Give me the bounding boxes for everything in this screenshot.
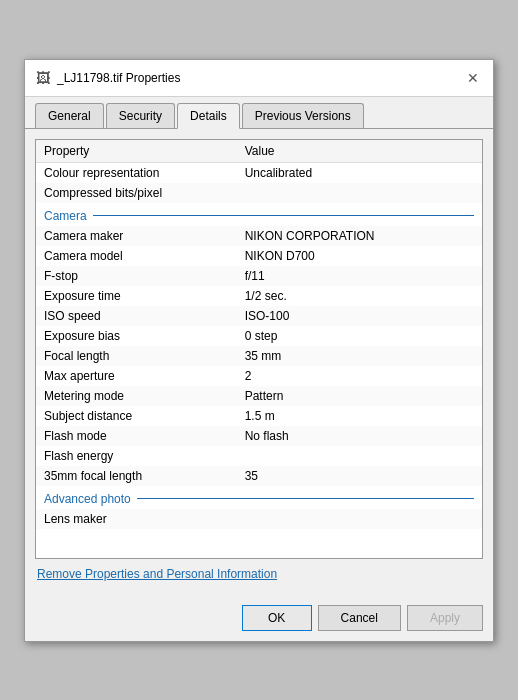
prop-label: Camera maker [36,226,237,246]
prop-value: f/11 [237,266,482,286]
table-row: Colour representation Uncalibrated [36,162,482,183]
button-row: OK Cancel Apply [25,595,493,641]
prop-value: NIKON D700 [237,246,482,266]
prop-value: 1.5 m [237,406,482,426]
prop-label: Colour representation [36,162,237,183]
close-button[interactable]: ✕ [463,68,483,88]
ok-button[interactable]: OK [242,605,312,631]
prop-label: F-stop [36,266,237,286]
cancel-button[interactable]: Cancel [318,605,401,631]
table-row: Exposure bias 0 step [36,326,482,346]
prop-label: Compressed bits/pixel [36,183,237,203]
prop-label: Metering mode [36,386,237,406]
table-row: Camera model NIKON D700 [36,246,482,266]
prop-label: Camera model [36,246,237,266]
section-divider-line [137,498,474,499]
content-area: Property Value Colour representation Unc… [25,129,493,595]
table-row: 35mm focal length 35 [36,466,482,486]
prop-value: 2 [237,366,482,386]
prop-label: Exposure bias [36,326,237,346]
tab-general[interactable]: General [35,103,104,128]
prop-label: Flash energy [36,446,237,466]
prop-label: ISO speed [36,306,237,326]
table-row: Max aperture 2 [36,366,482,386]
section-label: Advanced photo [44,492,131,506]
prop-label: Max aperture [36,366,237,386]
tab-security[interactable]: Security [106,103,175,128]
prop-value: 35 [237,466,482,486]
section-label: Camera [44,209,87,223]
apply-button[interactable]: Apply [407,605,483,631]
table-row: Flash energy [36,446,482,466]
prop-value: Pattern [237,386,482,406]
table-row: Lens maker [36,509,482,529]
remove-properties-link[interactable]: Remove Properties and Personal Informati… [37,567,481,581]
table-row: F-stop f/11 [36,266,482,286]
tab-previous-versions[interactable]: Previous Versions [242,103,364,128]
table-row: Exposure time 1/2 sec. [36,286,482,306]
prop-value: 35 mm [237,346,482,366]
prop-label: Subject distance [36,406,237,426]
prop-value: NIKON CORPORATION [237,226,482,246]
col-header-value: Value [237,140,482,163]
title-bar-left: 🖼 _LJ11798.tif Properties [35,70,180,86]
prop-value: 0 step [237,326,482,346]
table-row: Metering mode Pattern [36,386,482,406]
tab-details[interactable]: Details [177,103,240,129]
tab-bar: General Security Details Previous Versio… [25,97,493,129]
prop-label: Flash mode [36,426,237,446]
details-scroll[interactable]: Property Value Colour representation Unc… [36,140,482,558]
table-row: Subject distance 1.5 m [36,406,482,426]
window-icon: 🖼 [35,70,51,86]
col-header-property: Property [36,140,237,163]
details-panel: Property Value Colour representation Unc… [35,139,483,559]
prop-label: Lens maker [36,509,237,529]
prop-value [237,183,482,203]
prop-value: No flash [237,426,482,446]
prop-value [237,509,482,529]
prop-label: 35mm focal length [36,466,237,486]
window-title: _LJ11798.tif Properties [57,71,180,85]
table-row: Focal length 35 mm [36,346,482,366]
prop-value: ISO-100 [237,306,482,326]
prop-label: Focal length [36,346,237,366]
property-table: Property Value Colour representation Unc… [36,140,482,529]
prop-value: 1/2 sec. [237,286,482,306]
title-bar: 🖼 _LJ11798.tif Properties ✕ [25,60,493,97]
table-row: Compressed bits/pixel [36,183,482,203]
table-row: Camera maker NIKON CORPORATION [36,226,482,246]
section-divider-line [93,215,474,216]
prop-label: Exposure time [36,286,237,306]
prop-value: Uncalibrated [237,162,482,183]
section-camera: Camera [36,203,482,226]
properties-window: 🖼 _LJ11798.tif Properties ✕ General Secu… [24,59,494,642]
table-row: ISO speed ISO-100 [36,306,482,326]
prop-value [237,446,482,466]
table-row: Flash mode No flash [36,426,482,446]
section-advanced-photo: Advanced photo [36,486,482,509]
